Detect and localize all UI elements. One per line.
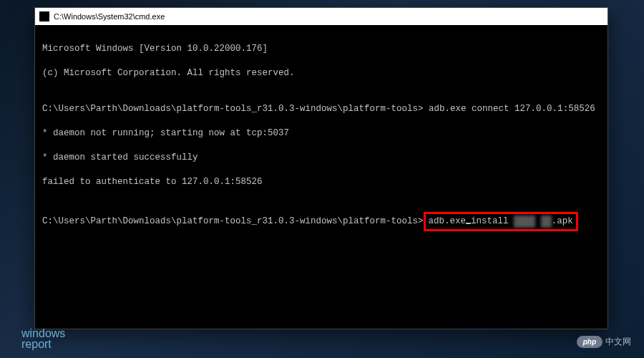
cmd-window: C:\Windows\System32\cmd.exe Microsoft Wi…: [34, 7, 608, 329]
watermark-text: windows: [21, 328, 65, 339]
output-line: * daemon started successfully: [42, 152, 600, 164]
highlighted-command: adb.exeinstall ████ ██.apk: [424, 212, 578, 231]
redacted-text: ██: [541, 216, 552, 228]
output-line: Microsoft Windows [Version 10.0.22000.17…: [42, 43, 600, 55]
redacted-text: ████: [514, 216, 535, 228]
watermark-windows-report: windows report: [21, 328, 65, 349]
cmd-part: .apk: [552, 216, 573, 226]
output-line: failed to authenticate to 127.0.0.1:5852…: [42, 176, 600, 188]
text-cursor: [466, 223, 471, 224]
output-line: * daemon not running; starting now at tc…: [42, 127, 600, 140]
window-title: C:\Windows\System32\cmd.exe: [54, 12, 165, 21]
terminal-output[interactable]: Microsoft Windows [Version 10.0.22000.17…: [35, 25, 608, 261]
cn-text: 中文网: [605, 336, 631, 348]
prompt-path: C:\Users\Parth\Downloads\platform-tools_…: [42, 104, 424, 114]
watermark-php-cn: php 中文网: [577, 336, 631, 348]
prompt-path: C:\Users\Parth\Downloads\platform-tools_…: [42, 216, 424, 226]
output-line: (c) Microsoft Corporation. All rights re…: [42, 67, 600, 79]
cmd-part: install: [471, 216, 514, 226]
cmd-part: adb.exe: [429, 216, 467, 226]
output-line: C:\Users\Parth\Downloads\platform-tools_…: [42, 103, 600, 115]
current-prompt-line: C:\Users\Parth\Downloads\platform-tools_…: [42, 212, 600, 231]
php-badge: php: [577, 336, 602, 348]
cmd-icon: [39, 11, 49, 21]
watermark-text: report: [21, 339, 65, 349]
titlebar[interactable]: C:\Windows\System32\cmd.exe: [35, 8, 608, 25]
prompt-command: adb.exe connect 127.0.0.1:58526: [424, 104, 595, 114]
